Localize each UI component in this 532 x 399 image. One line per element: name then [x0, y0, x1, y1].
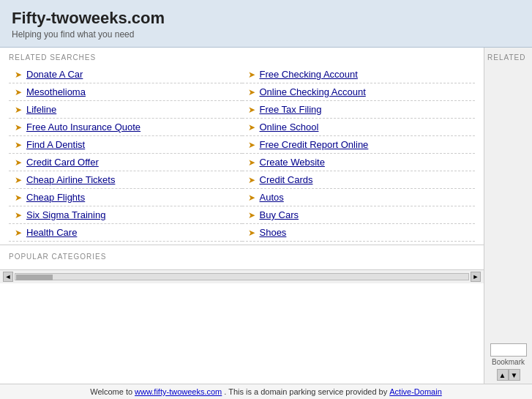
left-link[interactable]: Free Auto Insurance Quote — [26, 122, 141, 133]
right-link-row: ➤Autos — [242, 189, 476, 206]
right-link-row: ➤Credit Cards — [242, 171, 476, 189]
left-link-row: ➤Find A Dentist — [9, 136, 242, 154]
right-link[interactable]: Online Checking Account — [260, 86, 366, 97]
right-panel: RELATED Bookmark ▲ ▼ — [484, 48, 532, 384]
left-link[interactable]: Credit Card Offer — [26, 157, 99, 168]
right-link-row: ➤Online Checking Account — [242, 83, 476, 101]
bookmark-label: Bookmark — [492, 358, 525, 366]
arrow-icon: ➤ — [248, 193, 255, 203]
main-panel: RELATED SEARCHES ➤Donate A Car➤Mesotheli… — [0, 48, 484, 384]
right-bottom: Bookmark ▲ ▼ — [484, 340, 532, 384]
left-link[interactable]: Find A Dentist — [26, 139, 85, 150]
left-link-row: ➤Six Sigma Training — [9, 206, 242, 224]
status-text-after: . This is a domain parking service provi… — [224, 387, 387, 396]
popular-label: POPULAR CATEGORIES — [9, 253, 475, 261]
right-link-row: ➤Free Checking Account — [242, 66, 476, 83]
arrow-icon: ➤ — [248, 70, 255, 80]
bookmark-box — [490, 343, 527, 357]
right-link-row: ➤Online School — [242, 119, 476, 136]
arrow-icon: ➤ — [248, 210, 255, 220]
right-link[interactable]: Shoes — [260, 227, 287, 238]
header: Fifty-twoweeks.com Helping you find what… — [0, 0, 532, 48]
links-grid: ➤Donate A Car➤Mesothelioma➤Lifeline➤Free… — [9, 66, 475, 242]
arrow-icon: ➤ — [248, 122, 255, 133]
left-link[interactable]: Cheap Flights — [26, 192, 85, 203]
links-left-col: ➤Donate A Car➤Mesothelioma➤Lifeline➤Free… — [9, 66, 242, 242]
left-link-row: ➤Free Auto Insurance Quote — [9, 119, 242, 136]
right-link[interactable]: Credit Cards — [260, 174, 313, 185]
left-link-row: ➤Health Care — [9, 224, 242, 242]
arrow-icon: ➤ — [248, 87, 255, 97]
left-link-row: ➤Mesothelioma — [9, 83, 242, 101]
right-link[interactable]: Free Tax Filing — [260, 104, 322, 115]
left-link-row: ➤Cheap Airline Tickets — [9, 171, 242, 189]
arrow-icon: ➤ — [15, 140, 22, 150]
left-link-row: ➤Lifeline — [9, 101, 242, 119]
popular-section: POPULAR CATEGORIES — [0, 245, 484, 269]
left-link[interactable]: Donate A Car — [26, 69, 83, 80]
scroll-right-arrow[interactable]: ► — [471, 272, 481, 282]
right-link[interactable]: Free Credit Report Online — [260, 139, 369, 150]
horizontal-scrollbar: ◄ ► — [0, 269, 484, 283]
site-tagline: Helping you find what you need — [12, 29, 520, 40]
status-text-before: Welcome to — [90, 387, 132, 396]
right-link-row: ➤Free Credit Report Online — [242, 136, 476, 154]
arrow-icon: ➤ — [248, 228, 255, 238]
related-label: RELATED SEARCHES — [9, 53, 475, 61]
left-link-row: ➤Donate A Car — [9, 66, 242, 83]
right-link-row: ➤Create Website — [242, 154, 476, 171]
left-link[interactable]: Six Sigma Training — [26, 209, 105, 220]
scroll-left-arrow[interactable]: ◄ — [3, 272, 13, 282]
right-link[interactable]: Create Website — [260, 157, 325, 168]
scroll-down-arrow[interactable]: ▼ — [509, 369, 520, 381]
right-related-label: RELATED — [484, 48, 532, 64]
right-link-row: ➤Shoes — [242, 224, 476, 242]
left-link[interactable]: Lifeline — [26, 104, 56, 115]
arrow-icon: ➤ — [15, 175, 22, 185]
arrow-icon: ➤ — [15, 70, 22, 80]
right-link[interactable]: Buy Cars — [260, 209, 299, 220]
right-link[interactable]: Online School — [260, 122, 319, 133]
arrow-icon: ➤ — [15, 122, 22, 133]
content-area: RELATED SEARCHES ➤Donate A Car➤Mesotheli… — [0, 48, 532, 384]
arrow-icon: ➤ — [248, 175, 255, 185]
arrow-icon: ➤ — [15, 210, 22, 220]
related-searches: RELATED SEARCHES ➤Donate A Car➤Mesotheli… — [0, 48, 484, 245]
arrow-icon: ➤ — [248, 140, 255, 150]
left-link[interactable]: Cheap Airline Tickets — [26, 174, 115, 185]
links-right-col: ➤Free Checking Account➤Online Checking A… — [242, 66, 476, 242]
right-link-row: ➤Buy Cars — [242, 206, 476, 224]
arrow-icon: ➤ — [15, 87, 22, 97]
arrow-icon: ➤ — [15, 193, 22, 203]
arrow-icon: ➤ — [248, 105, 255, 115]
scroll-up-arrow[interactable]: ▲ — [497, 369, 509, 381]
arrow-icon: ➤ — [15, 105, 22, 115]
arrow-icon: ➤ — [15, 228, 22, 238]
left-link-row: ➤Credit Card Offer — [9, 154, 242, 171]
left-link[interactable]: Health Care — [26, 227, 77, 238]
right-link-row: ➤Free Tax Filing — [242, 101, 476, 119]
arrow-icon: ➤ — [248, 157, 255, 168]
status-site-url[interactable]: www.fifty-twoweeks.com — [135, 387, 222, 396]
status-bar: Welcome to www.fifty-twoweeks.com . This… — [0, 384, 532, 399]
status-provider-link[interactable]: Active-Domain — [389, 387, 442, 396]
arrow-icon: ➤ — [15, 157, 22, 168]
site-title: Fifty-twoweeks.com — [12, 9, 520, 28]
right-link[interactable]: Free Checking Account — [260, 69, 358, 80]
right-link[interactable]: Autos — [260, 192, 284, 203]
left-link[interactable]: Mesothelioma — [26, 86, 86, 97]
left-link-row: ➤Cheap Flights — [9, 189, 242, 206]
